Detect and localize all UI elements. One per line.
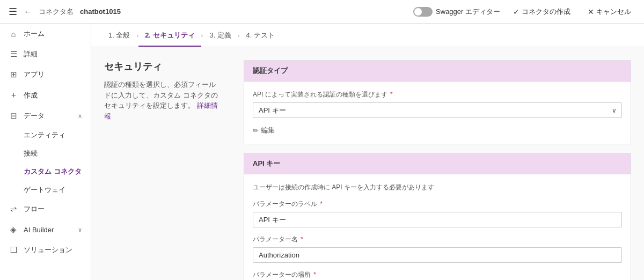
sidebar-item-detail[interactable]: ☰ 詳細	[0, 44, 91, 64]
custom-connectors-label: カスタム コネクタ	[24, 167, 82, 175]
api-key-card-body: ユーザーは接続の作成時に API キーを入力する必要があります パラメーターのラ…	[244, 174, 631, 280]
detail-icon: ☰	[9, 49, 18, 59]
param-label-form-group: パラメーターのラベル *	[253, 200, 622, 227]
edit-label: 編集	[261, 126, 275, 135]
ai-builder-icon: ◈	[9, 225, 18, 234]
param-label-input[interactable]	[253, 212, 622, 227]
chevron-up-icon: ∧	[78, 113, 82, 120]
cancel-label: キャンセル	[596, 7, 631, 17]
param-location-form-group: パラメーターの場所 * ヘッダー クエリ ∨	[253, 270, 622, 280]
toggle-track[interactable]	[413, 7, 433, 17]
sidebar-item-flow[interactable]: ⇌ フロー	[0, 199, 91, 219]
param-label-label: パラメーターのラベル *	[253, 200, 622, 209]
back-icon[interactable]: ←	[24, 7, 32, 17]
sidebar-item-create-label: 作成	[24, 91, 38, 100]
swagger-toggle[interactable]: Swagger エディター	[413, 7, 500, 17]
auth-type-label-text: API によって実装される認証の種類を選びます	[253, 91, 387, 98]
sidebar-item-ai-builder[interactable]: ◈ AI Builder ∨	[0, 219, 91, 240]
connector-label: コネクタ名	[39, 7, 74, 17]
sidebar-item-detail-label: 詳細	[24, 49, 38, 59]
param-name-text: パラメーター名	[253, 235, 298, 243]
api-key-hint: ユーザーは接続の作成時に API キーを入力する必要があります	[253, 183, 622, 192]
right-panel: 認証タイプ API によって実装される認証の種類を選びます * 認証なし API…	[244, 60, 631, 267]
connector-name: chatbot1015	[80, 8, 121, 16]
apps-icon: ⊞	[9, 70, 18, 79]
home-icon: ⌂	[9, 30, 18, 39]
sidebar-item-ai-builder-label: AI Builder	[24, 226, 54, 234]
sidebar-item-custom-connectors[interactable]: カスタム コネクタ	[0, 163, 91, 181]
chevron-down-icon: ∨	[78, 226, 82, 233]
gateway-label: ゲートウェイ	[24, 186, 65, 194]
auth-type-select-wrapper: 認証なし API キー 基本認証 OAuth 2.0 ∨	[253, 102, 622, 118]
sidebar-item-data[interactable]: ⊟ データ ∧	[0, 106, 91, 126]
sidebar-item-solutions[interactable]: ❑ ソリューション	[0, 240, 91, 260]
hamburger-icon[interactable]: ☰	[9, 6, 17, 18]
tab-bar: 1. 全般 › 2. セキュリティ › 3. 定義 › 4. テスト	[91, 24, 644, 47]
content-area: 1. 全般 › 2. セキュリティ › 3. 定義 › 4. テスト セキュリテ…	[91, 24, 644, 280]
auth-type-card-body: API によって実装される認証の種類を選びます * 認証なし API キー 基本…	[244, 82, 631, 144]
auth-type-card-header: 認証タイプ	[244, 61, 631, 82]
section-title: セキュリティ	[104, 60, 222, 73]
pencil-icon: ✏	[253, 127, 259, 135]
tab-definition[interactable]: 3. 定義	[203, 24, 237, 47]
top-bar-left: ☰ ← コネクタ名 chatbot1015	[9, 6, 413, 18]
tab-security-label: 2. セキュリティ	[145, 31, 194, 40]
auth-type-card: 認証タイプ API によって実装される認証の種類を選びます * 認証なし API…	[244, 60, 631, 144]
api-key-card: API キー ユーザーは接続の作成時に API キーを入力する必要があります パ…	[244, 153, 631, 280]
create-connector-button[interactable]: ✓ コネクタの作成	[509, 5, 575, 19]
sidebar-item-gateway[interactable]: ゲートウェイ	[0, 181, 91, 199]
auth-type-required: *	[390, 91, 393, 98]
tab-test[interactable]: 4. テスト	[239, 24, 281, 47]
edit-link[interactable]: ✏ 編集	[253, 126, 275, 135]
tab-definition-label: 3. 定義	[209, 31, 231, 40]
toggle-thumb	[414, 8, 422, 16]
api-key-card-header: API キー	[244, 153, 631, 174]
close-icon: ✕	[588, 8, 594, 16]
tab-general-label: 1. 全般	[108, 31, 130, 40]
tab-test-label: 4. テスト	[246, 31, 274, 40]
sidebar-item-flow-label: フロー	[24, 204, 45, 214]
tab-security[interactable]: 2. セキュリティ	[138, 24, 201, 47]
param-name-form-group: パラメーター名 *	[253, 235, 622, 263]
param-location-label: パラメーターの場所 *	[253, 270, 622, 279]
sidebar-item-home[interactable]: ⌂ ホーム	[0, 24, 91, 44]
sidebar: ⌂ ホーム ☰ 詳細 ⊞ アプリ ＋ 作成 ⊟ データ ∧ エンティティ 接続 …	[0, 24, 91, 280]
checkmark-icon: ✓	[513, 8, 519, 16]
sidebar-item-data-label: データ	[24, 111, 45, 121]
main-layout: ⌂ ホーム ☰ 詳細 ⊞ アプリ ＋ 作成 ⊟ データ ∧ エンティティ 接続 …	[0, 24, 644, 280]
sidebar-item-apps-label: アプリ	[24, 70, 45, 79]
sidebar-item-home-label: ホーム	[24, 29, 45, 39]
cancel-button[interactable]: ✕ キャンセル	[583, 5, 635, 19]
param-label-required: *	[320, 200, 323, 208]
param-location-text: パラメーターの場所	[253, 271, 311, 278]
left-panel: セキュリティ 認証の種類を選択し、必須フィールドに入力して、カスタム コネクタの…	[104, 60, 222, 267]
auth-type-label: API によって実装される認証の種類を選びます *	[253, 90, 622, 99]
sidebar-item-create[interactable]: ＋ 作成	[0, 85, 91, 106]
entities-label: エンティティ	[24, 131, 65, 139]
section-desc: 認証の種類を選択し、必須フィールドに入力して、カスタム コネクタのセキュリティを…	[104, 79, 222, 121]
top-bar: ☰ ← コネクタ名 chatbot1015 Swagger エディター ✓ コネ…	[0, 0, 644, 24]
param-label-text: パラメーターのラベル	[253, 200, 317, 208]
create-icon: ＋	[9, 90, 18, 100]
sidebar-item-apps[interactable]: ⊞ アプリ	[0, 64, 91, 85]
flow-icon: ⇌	[9, 204, 18, 214]
auth-type-form-group: API によって実装される認証の種類を選びます * 認証なし API キー 基本…	[253, 90, 622, 118]
param-name-input[interactable]	[253, 247, 622, 263]
swagger-label: Swagger エディター	[436, 7, 500, 17]
page-content: セキュリティ 認証の種類を選択し、必須フィールドに入力して、カスタム コネクタの…	[91, 47, 644, 280]
param-location-required: *	[313, 271, 316, 278]
data-icon: ⊟	[9, 111, 18, 121]
tab-general[interactable]: 1. 全般	[102, 24, 136, 47]
top-bar-right: Swagger エディター ✓ コネクタの作成 ✕ キャンセル	[413, 5, 635, 19]
sidebar-item-entities[interactable]: エンティティ	[0, 126, 91, 144]
param-name-label: パラメーター名 *	[253, 235, 622, 244]
create-label: コネクタの作成	[522, 7, 570, 17]
param-name-required: *	[301, 235, 303, 243]
sidebar-item-connections[interactable]: 接続	[0, 144, 91, 163]
auth-type-select[interactable]: 認証なし API キー 基本認証 OAuth 2.0	[253, 102, 622, 118]
sidebar-item-solutions-label: ソリューション	[24, 245, 72, 255]
solutions-icon: ❑	[9, 245, 18, 255]
connections-label: 接続	[24, 149, 38, 157]
